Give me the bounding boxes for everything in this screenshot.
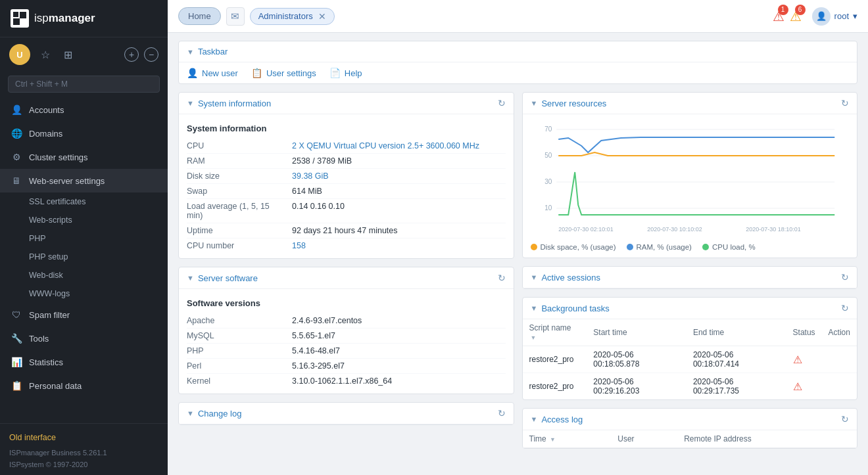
col-status[interactable]: Status: [786, 319, 822, 346]
sidebar-item-personal-data[interactable]: 📋 Personal data: [0, 374, 168, 397]
active-sessions-refresh-icon[interactable]: ↻: [841, 272, 849, 283]
access-log-header[interactable]: ▼ Access log ↻: [523, 409, 857, 430]
sidebar-sub-ssl[interactable]: SSL certificates: [0, 192, 168, 211]
disk-label: Disk size: [187, 171, 292, 181]
sidebar-item-statistics[interactable]: 📊 Statistics: [0, 350, 168, 374]
svg-text:30: 30: [544, 178, 552, 185]
col-start-time[interactable]: Start time: [587, 319, 687, 346]
sidebar-sub-php[interactable]: PHP: [0, 229, 168, 248]
copyright-line2: ISPsystem © 1997-2020: [9, 461, 158, 468]
sidebar-nav: 👤 Accounts 🌐 Domains ⚙ Cluster settings …: [0, 98, 168, 423]
sidebar-item-tools[interactable]: 🔧 Tools: [0, 327, 168, 350]
info-row-apache: Apache 2.4.6-93.el7.centos: [187, 313, 506, 328]
statistics-label: Statistics: [29, 357, 63, 367]
email-icon[interactable]: ✉: [226, 7, 245, 26]
search-input[interactable]: [8, 76, 160, 93]
sidebar-sub-www-logs[interactable]: WWW-logs: [0, 284, 168, 303]
sidebar-sub-web-disk[interactable]: Web-disk: [0, 266, 168, 284]
system-info-refresh-icon[interactable]: ↻: [498, 98, 506, 108]
change-log-panel: ▼ Change log ↻: [178, 402, 514, 425]
active-sessions-header[interactable]: ▼ Active sessions ↻: [523, 267, 857, 288]
star-icon[interactable]: ☆: [38, 47, 53, 62]
alert2-count: 6: [795, 5, 806, 15]
remove-icon[interactable]: −: [144, 47, 158, 62]
sidebar-item-spam-filter[interactable]: 🛡 Spam filter: [0, 303, 168, 327]
server-software-header[interactable]: ▼ Server software ↻: [179, 267, 514, 289]
server-resources-refresh-icon[interactable]: ↻: [841, 98, 849, 108]
sidebar: ispmanager U ☆ ⊞ + − 👤 Accounts 🌐 Domain…: [0, 0, 168, 475]
alert-warning-badge[interactable]: ⚠ 1: [773, 9, 784, 24]
new-user-label: New user: [202, 68, 238, 78]
sidebar-sub-web-scripts[interactable]: Web-scripts: [0, 211, 168, 229]
server-software-title: Server software: [198, 273, 258, 283]
cpu-legend-label: CPU load, %: [712, 243, 756, 251]
active-sessions-panel: ▼ Active sessions ↻: [522, 266, 858, 289]
cpunum-value: 158: [292, 241, 306, 250]
alert-info-badge[interactable]: ⚠ 6: [790, 9, 802, 24]
info-row-perl: Perl 5.16.3-295.el7: [187, 359, 506, 374]
help-action[interactable]: 📄 Help: [329, 68, 362, 78]
alerts-area: ⚠ 1 ⚠ 6 👤 root ▾: [773, 7, 857, 26]
content-grid: ▼ System information ↻ System informatio…: [178, 92, 857, 449]
tab-home[interactable]: Home: [178, 7, 221, 25]
server-software-chevron-icon: ▼: [187, 274, 194, 282]
sidebar-item-domains[interactable]: 🌐 Domains: [0, 122, 168, 145]
sidebar-item-accounts[interactable]: 👤 Accounts: [0, 98, 168, 122]
col-script-name[interactable]: Script name ▼: [523, 319, 587, 346]
col-time[interactable]: Time ▼: [523, 430, 612, 448]
background-tasks-header[interactable]: ▼ Background tasks ↻: [523, 298, 857, 319]
ram-legend-dot: [627, 244, 633, 250]
user-menu[interactable]: 👤 root ▾: [812, 7, 857, 26]
right-column: ▼ Server resources ↻ 70 50: [522, 92, 858, 449]
legend-ram: RAM, % (usage): [627, 243, 692, 251]
access-log-refresh-icon[interactable]: ↻: [841, 414, 849, 424]
system-info-header[interactable]: ▼ System information ↻: [179, 93, 514, 114]
col-user[interactable]: User: [611, 430, 677, 448]
accounts-icon: 👤: [11, 104, 22, 116]
swap-label: Swap: [187, 187, 292, 196]
info-row-php: PHP 5.4.16-48.el7: [187, 344, 506, 359]
user-avatar: 👤: [812, 7, 831, 26]
server-resources-header[interactable]: ▼ Server resources ↻: [523, 93, 857, 114]
sidebar-sub-php-setup[interactable]: PHP setup: [0, 248, 168, 266]
uptime-label: Uptime: [187, 226, 292, 235]
cpu-label: CPU: [187, 141, 292, 150]
col-end-time[interactable]: End time: [687, 319, 786, 346]
sidebar-item-web-server-settings[interactable]: 🖥 Web-server settings: [0, 169, 168, 192]
new-user-action[interactable]: 👤 New user: [187, 68, 238, 78]
change-log-chevron-icon: ▼: [187, 409, 194, 417]
task-status-1: ⚠: [786, 346, 822, 373]
server-software-refresh-icon[interactable]: ↻: [498, 273, 506, 283]
old-interface-link[interactable]: Old interface: [9, 430, 158, 445]
taskbar-header[interactable]: ▼ Taskbar: [179, 41, 857, 62]
web-server-label: Web-server settings: [29, 176, 105, 186]
active-sessions-chevron-icon: ▼: [531, 273, 538, 281]
col-action[interactable]: Action: [822, 319, 857, 346]
tab-close-icon[interactable]: ✕: [318, 11, 326, 22]
background-tasks-table: Script name ▼ Start time End time Status…: [523, 319, 857, 399]
cpu-legend-dot: [702, 244, 709, 250]
cpunum-link[interactable]: 158: [292, 241, 306, 250]
background-tasks-refresh-icon[interactable]: ↻: [841, 303, 849, 313]
search-bar[interactable]: [8, 76, 160, 93]
info-row-kernel: Kernel 3.10.0-1062.1.1.el7.x86_64: [187, 374, 506, 388]
svg-text:2020-07-30 02:10:01: 2020-07-30 02:10:01: [558, 226, 614, 233]
user-menu-chevron: ▾: [853, 11, 857, 21]
background-tasks-chevron-icon: ▼: [531, 304, 538, 312]
change-log-refresh-icon[interactable]: ↻: [498, 408, 506, 418]
grid-icon[interactable]: ⊞: [60, 47, 75, 62]
add-icon[interactable]: +: [124, 47, 139, 62]
task-end-2: 2020-05-06 00:29:17.735: [687, 373, 786, 400]
taskbar-actions: 👤 New user 📋 User settings 📄 Help: [179, 62, 857, 83]
avatar[interactable]: U: [9, 44, 30, 65]
chart-container: 70 50 30 10: [523, 114, 857, 258]
user-settings-action[interactable]: 📋 User settings: [251, 68, 316, 78]
cpu-link[interactable]: 2 X QEMU Virtual CPU version 2.5+ 3600.0…: [292, 141, 479, 150]
change-log-header[interactable]: ▼ Change log ↻: [179, 403, 514, 424]
disk-link[interactable]: 39.38 GiB: [292, 171, 329, 181]
tab-administrators[interactable]: Administrators ✕: [250, 8, 335, 25]
sort-script-icon: ▼: [531, 334, 537, 341]
col-remote-ip[interactable]: Remote IP address: [677, 430, 857, 448]
web-server-icon: 🖥: [11, 175, 22, 187]
sidebar-item-cluster-settings[interactable]: ⚙ Cluster settings: [0, 145, 168, 169]
